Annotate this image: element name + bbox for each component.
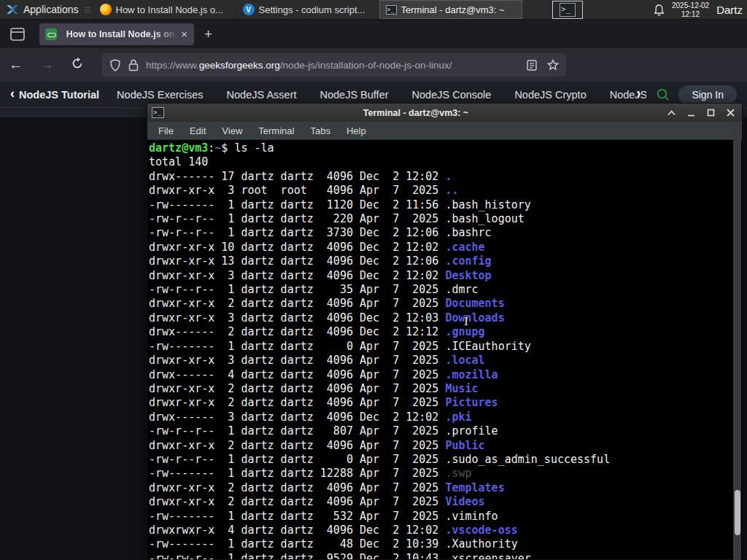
maximize-window-icon[interactable] bbox=[707, 109, 715, 117]
terminal-line: -rw------- 1 dartz dartz 0 Apr 7 2025 .I… bbox=[149, 340, 742, 354]
menu-terminal[interactable]: Terminal bbox=[252, 124, 301, 138]
menu-tabs[interactable]: Tabs bbox=[303, 124, 336, 138]
file-name: . bbox=[445, 170, 452, 183]
notification-bell-icon[interactable] bbox=[654, 4, 665, 16]
ibeam-cursor: I bbox=[464, 315, 468, 329]
panel-handle bbox=[85, 0, 90, 19]
terminal-line: drwxr-xr-x 2 dartz dartz 4096 Apr 7 2025… bbox=[149, 382, 742, 396]
prompt-cwd: ~ bbox=[214, 141, 221, 155]
window-button-list: How to Install Node.js o...VSettings - c… bbox=[93, 0, 522, 19]
nav-back-chevron-icon[interactable]: ‹ bbox=[0, 86, 19, 103]
tab-title: How to Install Node.js on bbox=[62, 29, 179, 39]
new-tab-button[interactable]: + bbox=[204, 26, 212, 42]
window-button-label: Settings - codium script... bbox=[259, 4, 365, 15]
terminal-line: drwxr-xr-x 2 dartz dartz 4096 Apr 7 2025… bbox=[149, 297, 742, 311]
nav-link[interactable]: NodeJS Console bbox=[412, 89, 492, 101]
terminal-line: -rw------- 1 dartz dartz 12288 Apr 7 202… bbox=[149, 467, 742, 481]
terminal-line: drwxr-xr-x 3 root root 4096 Apr 7 2025 .… bbox=[149, 184, 742, 198]
sign-in-button[interactable]: Sign In bbox=[678, 85, 737, 104]
terminal-icon: >_ bbox=[386, 5, 397, 15]
prompt-command: ls -la bbox=[234, 141, 274, 155]
terminal-scrollbar[interactable] bbox=[733, 122, 741, 560]
terminal-window: >_ Terminal - dartz@vm3: ~ FileEditViewT… bbox=[147, 103, 743, 560]
forward-button[interactable]: → bbox=[31, 57, 63, 73]
file-name: Desktop bbox=[445, 269, 491, 282]
file-name: Music bbox=[445, 382, 478, 395]
nav-link[interactable]: NodeJS Crypto bbox=[514, 89, 586, 101]
shade-window-icon[interactable] bbox=[667, 110, 676, 116]
menu-help[interactable]: Help bbox=[340, 124, 373, 138]
window-button[interactable]: >_Terminal - dartz@vm3: ~ bbox=[379, 0, 522, 19]
terminal-titlebar[interactable]: >_ Terminal - dartz@vm3: ~ bbox=[147, 104, 742, 122]
top-panel: Applications How to Install Node.js o...… bbox=[0, 0, 747, 20]
minimize-window-icon[interactable] bbox=[687, 109, 695, 117]
search-icon[interactable] bbox=[657, 88, 670, 101]
terminal-line: drwxr-xr-x 2 dartz dartz 4096 Apr 7 2025… bbox=[149, 396, 742, 410]
file-name: .bash_history bbox=[445, 198, 530, 211]
tracking-shield-icon[interactable] bbox=[109, 59, 121, 71]
user-menu[interactable]: Dartz bbox=[716, 4, 744, 16]
back-button[interactable]: ← bbox=[0, 57, 31, 73]
terminal-line: -rw-r--r-- 1 dartz dartz 3730 Dec 2 12:0… bbox=[149, 226, 742, 240]
file-name: Downloads bbox=[445, 311, 504, 324]
terminal-line: -rw-r--r-- 1 dartz dartz 35 Apr 7 2025 .… bbox=[149, 283, 742, 297]
terminal-line: -rw-rw-r-- 1 dartz dartz 9529 Dec 2 10:4… bbox=[149, 552, 742, 559]
url-path: /node-js/installation-of-node-js-on-linu… bbox=[280, 60, 452, 71]
file-name: .profile bbox=[445, 424, 498, 438]
terminal-line: drwxr-xr-x 3 dartz dartz 4096 Apr 7 2025… bbox=[149, 354, 742, 368]
file-name: .pki bbox=[445, 411, 471, 424]
nav-link[interactable]: NodeJS Buffer bbox=[320, 89, 389, 101]
panel-right: 2025-12-02 12:12 Dartz bbox=[654, 0, 747, 20]
url-scheme: https://www. bbox=[146, 60, 199, 71]
terminal-line: -rw-r--r-- 1 dartz dartz 220 Apr 7 2025 … bbox=[149, 212, 742, 226]
window-button[interactable]: How to Install Node.js o... bbox=[93, 0, 236, 19]
file-name: Documents bbox=[445, 297, 504, 310]
terminal-line: drwxr-xr-x 13 dartz dartz 4096 Dec 2 12:… bbox=[149, 254, 742, 268]
geeksforgeeks-favicon bbox=[45, 28, 57, 40]
firefox-view-icon[interactable] bbox=[7, 25, 28, 44]
terminal-icon: >_ bbox=[560, 3, 576, 17]
codium-icon: V bbox=[243, 4, 255, 15]
menu-file[interactable]: File bbox=[152, 124, 180, 138]
reload-button[interactable] bbox=[63, 58, 92, 72]
terminal-line: drwxr-xr-x 2 dartz dartz 4096 Apr 7 2025… bbox=[149, 495, 742, 509]
menu-view[interactable]: View bbox=[215, 124, 249, 138]
clock-date: 2025-12-02 bbox=[672, 1, 709, 10]
lock-icon[interactable] bbox=[128, 59, 139, 71]
url-bar[interactable]: https://www.geeksforgeeks.org/node-js/in… bbox=[102, 53, 566, 77]
nav-link[interactable]: NodeJS Assert bbox=[227, 89, 297, 101]
window-button[interactable]: VSettings - codium script... bbox=[236, 0, 379, 19]
file-name: .sudo_as_admin_successful bbox=[445, 453, 610, 466]
terminal-content[interactable]: dartz@vm3:~$ ls -la total 140 drwx------… bbox=[147, 140, 742, 559]
url-text: https://www.geeksforgeeks.org/node-js/in… bbox=[146, 60, 527, 71]
menu-edit[interactable]: Edit bbox=[183, 124, 212, 138]
terminal-line: drwxr-xr-x 2 dartz dartz 4096 Apr 7 2025… bbox=[149, 439, 742, 453]
terminal-tray-button[interactable]: >_ bbox=[552, 1, 583, 19]
firefox-toolbar: ← → https://www.geeksforgeeks.org/node-j… bbox=[0, 48, 747, 82]
tab-close-icon[interactable]: × bbox=[179, 28, 190, 40]
close-window-icon[interactable] bbox=[727, 109, 735, 117]
terminal-line: drwxr-xr-x 3 dartz dartz 4096 Dec 2 12:0… bbox=[149, 269, 742, 283]
nav-back-link[interactable]: NodeJS Tutorial bbox=[19, 89, 99, 101]
bookmark-star-icon[interactable] bbox=[547, 59, 559, 71]
window-button-label: Terminal - dartz@vm3: ~ bbox=[401, 4, 505, 15]
file-name: .cache bbox=[445, 241, 484, 254]
file-name: .. bbox=[445, 184, 458, 197]
file-name: Videos bbox=[445, 495, 484, 508]
scrollbar-thumb[interactable] bbox=[735, 490, 740, 535]
file-listing: drwx------ 17 dartz dartz 4096 Dec 2 12:… bbox=[149, 170, 742, 559]
nav-forward-chevron-icon[interactable]: › bbox=[636, 86, 648, 103]
file-name: .swp bbox=[445, 467, 471, 480]
file-name: .dmrc bbox=[445, 283, 478, 296]
file-name: .mozilla bbox=[445, 368, 498, 381]
reader-view-icon[interactable] bbox=[527, 60, 537, 71]
terminal-line: -rw-r--r-- 1 dartz dartz 0 Apr 7 2025 .s… bbox=[149, 453, 742, 467]
terminal-icon: >_ bbox=[152, 107, 164, 118]
clock-time: 12:12 bbox=[672, 10, 709, 19]
nav-link[interactable]: NodeJS Exercises bbox=[117, 89, 203, 101]
file-name: .ICEauthority bbox=[445, 340, 530, 353]
file-name: .xscreensaver bbox=[445, 552, 530, 559]
applications-menu-button[interactable]: Applications bbox=[0, 0, 85, 19]
file-name: .vscode-oss bbox=[445, 524, 517, 537]
browser-tab[interactable]: How to Install Node.js on × bbox=[39, 23, 194, 45]
